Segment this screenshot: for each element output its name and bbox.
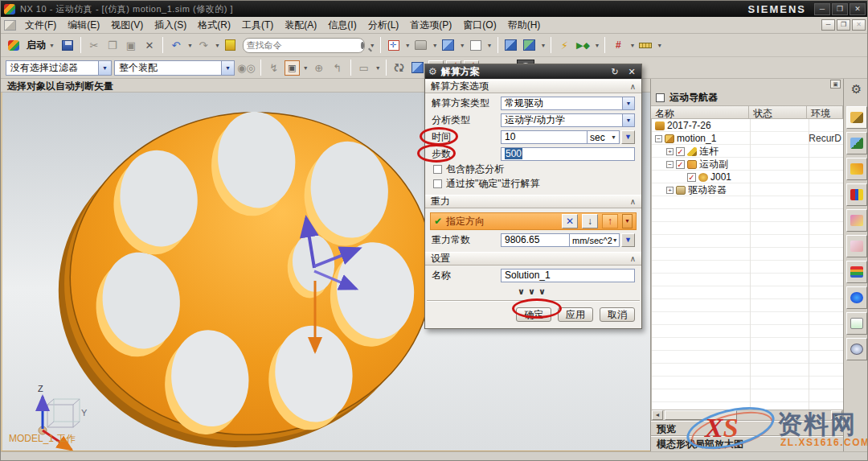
delete-button[interactable]: ✕ bbox=[141, 37, 158, 53]
copy-button[interactable]: ❐ bbox=[104, 37, 121, 53]
scroll-left-icon[interactable]: ◄ bbox=[652, 410, 663, 420]
minimize-button[interactable]: ─ bbox=[814, 3, 830, 15]
hd3d-tools-tab[interactable] bbox=[846, 261, 867, 283]
section-view-button[interactable] bbox=[503, 37, 519, 53]
tree-row-driver[interactable]: + 驱动容器 bbox=[652, 183, 843, 196]
links-checkbox[interactable]: ✓ bbox=[676, 147, 685, 156]
filter-dropdown-icon[interactable]: ▼ bbox=[98, 61, 111, 75]
j001-checkbox[interactable]: ✓ bbox=[687, 173, 696, 182]
clip-section-button[interactable] bbox=[522, 37, 538, 53]
restore-button[interactable]: ❐ bbox=[832, 3, 848, 15]
time-unit-selector[interactable]: sec ▼ bbox=[588, 130, 620, 144]
paste-button[interactable]: ▣ bbox=[123, 37, 139, 53]
navigator-checkbox-icon[interactable] bbox=[656, 93, 665, 102]
template-tab[interactable] bbox=[846, 312, 867, 335]
lasso-button[interactable]: ↰ bbox=[330, 60, 346, 76]
menu-window[interactable]: 窗口(O) bbox=[457, 17, 502, 34]
menu-analysis[interactable]: 分析(L) bbox=[362, 17, 405, 34]
fit-view-button[interactable] bbox=[386, 37, 402, 53]
options-group-header[interactable]: 解算方案选项 ∧ bbox=[425, 80, 641, 93]
unit-dropdown-icon[interactable]: ▼ bbox=[611, 134, 616, 140]
column-name[interactable]: 名称 bbox=[651, 106, 749, 118]
menu-insert[interactable]: 插入(S) bbox=[149, 17, 192, 34]
selection-scope-combo[interactable]: 整个装配 ▼ bbox=[114, 60, 235, 76]
tree-row-motion1[interactable]: − motion_1 RecurD bbox=[652, 132, 843, 145]
panel-pin-icon[interactable]: ▣ bbox=[830, 80, 841, 88]
menu-help[interactable]: 帮助(H) bbox=[502, 17, 547, 34]
wireframe-view-button[interactable] bbox=[468, 37, 484, 53]
snap-enabled-button[interactable]: ▣ bbox=[285, 60, 300, 76]
command-search-input[interactable] bbox=[247, 40, 361, 50]
dialog-title-bar[interactable]: ⚙ 解算方案 ↻ ✕ bbox=[425, 64, 641, 79]
expand-more-icon[interactable]: ∨∨∨ bbox=[425, 286, 641, 297]
start-menu-button[interactable]: 启动 ▼ bbox=[6, 38, 57, 53]
preview-section-header[interactable]: 预览 bbox=[651, 421, 843, 436]
analysis-type-combo[interactable]: 运动学/动力学 ▼ bbox=[501, 113, 635, 127]
expand-icon[interactable]: + bbox=[666, 148, 674, 155]
command-finder-button[interactable] bbox=[223, 37, 239, 53]
shaded-view-button[interactable] bbox=[440, 37, 457, 53]
collapse-icon[interactable]: − bbox=[666, 161, 674, 168]
expand-icon[interactable]: + bbox=[666, 187, 674, 194]
collapse-chevron-icon[interactable]: ∧ bbox=[630, 254, 636, 263]
ruler-dropdown-icon[interactable]: ▼ bbox=[657, 43, 662, 48]
modal-shape-section-header[interactable]: 模态形状局部放大图 bbox=[651, 436, 843, 451]
doc-minimize-button[interactable]: ─ bbox=[821, 19, 835, 31]
specify-direction-row[interactable]: ✔ 指定方向 ✕ ↓ ↑ ▼ bbox=[430, 212, 637, 230]
ok-button[interactable]: 确定 bbox=[516, 307, 551, 322]
tree-row-joints[interactable]: − ✓ 运动副 bbox=[652, 158, 843, 171]
select-face-button[interactable]: ⊕ bbox=[311, 60, 327, 76]
menu-preferences[interactable]: 首选项(P) bbox=[404, 17, 457, 34]
tree-row-j001[interactable]: ✓ J001 bbox=[652, 171, 843, 183]
vector-dialog-button[interactable]: ✕ bbox=[562, 214, 578, 228]
part-navigator-tab[interactable] bbox=[846, 183, 867, 206]
collapse-chevron-icon[interactable]: ∧ bbox=[630, 197, 636, 206]
cancel-button[interactable]: 取消 bbox=[600, 307, 635, 322]
measure-dropdown-icon[interactable]: ▼ bbox=[629, 43, 635, 48]
reuse-library-tab[interactable] bbox=[846, 209, 867, 232]
doc-restore-button[interactable]: ❐ bbox=[837, 19, 850, 31]
search-icon[interactable] bbox=[361, 42, 364, 49]
print-dropdown-icon[interactable]: ▼ bbox=[432, 43, 438, 48]
vector-dropdown-icon[interactable]: ▼ bbox=[622, 214, 633, 228]
animation-play-button[interactable]: ▶◆ bbox=[575, 37, 591, 53]
tree-row-date[interactable]: 2017-7-26 bbox=[652, 119, 843, 132]
zc-axis-button[interactable]: ↑ bbox=[602, 214, 618, 228]
solve-on-ok-checkbox[interactable] bbox=[433, 179, 442, 188]
time-input[interactable]: 10 bbox=[501, 130, 588, 144]
name-input[interactable]: Solution_1 bbox=[501, 269, 635, 282]
motion-navigator-tab[interactable] bbox=[846, 106, 867, 129]
column-status[interactable]: 状态 bbox=[749, 106, 807, 118]
start-dropdown-icon[interactable]: ▼ bbox=[49, 43, 55, 48]
undo-button[interactable]: ↶ bbox=[168, 37, 184, 53]
ruler-button[interactable] bbox=[637, 37, 653, 53]
internet-explorer-tab[interactable] bbox=[846, 286, 867, 309]
dialog-reset-icon[interactable]: ↻ bbox=[608, 67, 621, 77]
settings-group-header[interactable]: 设置 ∧ bbox=[425, 252, 641, 265]
joints-checkbox[interactable]: ✓ bbox=[676, 160, 685, 169]
redo-dropdown-icon[interactable]: ▼ bbox=[215, 43, 220, 48]
history-tab[interactable] bbox=[846, 235, 867, 257]
highlight-related-button[interactable]: ◉◎ bbox=[237, 60, 256, 76]
shaded-dropdown-icon[interactable]: ▼ bbox=[460, 43, 465, 48]
menu-format[interactable]: 格式(R) bbox=[192, 17, 236, 34]
apply-button[interactable]: 应用 bbox=[558, 307, 593, 322]
measure-button[interactable]: # bbox=[610, 37, 626, 53]
shaded-object-button[interactable] bbox=[410, 60, 426, 76]
solution-type-dropdown-icon[interactable]: ▼ bbox=[622, 97, 634, 109]
undo-dropdown-icon[interactable]: ▼ bbox=[187, 43, 193, 48]
rotate-view-button[interactable]: 🗘 bbox=[391, 60, 407, 76]
static-analysis-checkbox-row[interactable]: 包含静态分析 bbox=[433, 163, 633, 175]
steps-input[interactable]: 500 bbox=[501, 147, 635, 161]
gravity-group-header[interactable]: 重力 ∧ bbox=[425, 195, 641, 208]
time-options-button[interactable]: ▼ bbox=[621, 130, 635, 144]
scope-dropdown-icon[interactable]: ▼ bbox=[221, 61, 234, 75]
history-palette-tab[interactable] bbox=[846, 338, 867, 360]
unit-dropdown-icon[interactable]: ▼ bbox=[612, 237, 618, 243]
snap-dropdown-icon[interactable]: ▼ bbox=[303, 65, 309, 71]
gravity-options-button[interactable]: ▼ bbox=[621, 233, 635, 247]
play-dropdown-icon[interactable]: ▼ bbox=[594, 43, 600, 48]
inferred-vector-button[interactable]: ↓ bbox=[582, 214, 598, 228]
selection-filter-combo[interactable]: 没有选择过滤器 ▼ bbox=[6, 60, 112, 76]
solve-on-ok-checkbox-row[interactable]: 通过按"确定"进行解算 bbox=[433, 178, 633, 190]
